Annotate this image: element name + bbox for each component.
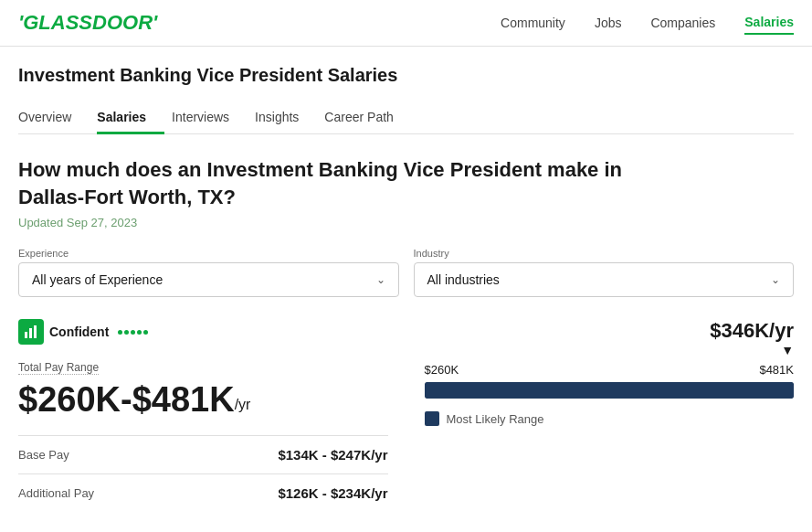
confident-badge: Confident <box>18 319 388 345</box>
range-bar-container <box>425 382 795 399</box>
salary-right: $346K/yr ▼ $260K $481K Most Likely Range <box>406 319 795 426</box>
dot-1 <box>118 330 122 335</box>
total-pay-unit: /yr <box>235 397 251 413</box>
tab-overview[interactable]: Overview <box>18 101 90 133</box>
additional-pay-value: $126K - $234K/yr <box>278 485 387 501</box>
median-value: $346K/yr <box>710 319 794 342</box>
nav-community[interactable]: Community <box>501 12 565 34</box>
total-pay-label: Total Pay Range <box>18 361 99 375</box>
industry-value: All industries <box>427 272 500 287</box>
industry-label: Industry <box>414 248 795 259</box>
dot-2 <box>124 330 129 335</box>
tab-insights[interactable]: Insights <box>255 101 317 133</box>
experience-chevron-icon: ⌄ <box>376 273 385 286</box>
tabs-bar: Overview Salaries Interviews Insights Ca… <box>18 101 794 134</box>
bar-chart-icon <box>24 325 38 339</box>
tab-interviews[interactable]: Interviews <box>172 101 248 133</box>
salary-left: Confident Total Pay Range $260K - $481K … <box>18 319 406 512</box>
dot-3 <box>131 330 135 335</box>
legend-box-icon <box>425 411 439 426</box>
range-low-label: $260K <box>425 363 459 377</box>
confident-label: Confident <box>49 325 109 339</box>
range-labels: $260K $481K <box>425 363 795 377</box>
header: 'GLASSDOOR' Community Jobs Companies Sal… <box>0 0 812 47</box>
median-arrow-icon: ▼ <box>781 343 794 357</box>
dot-4 <box>137 330 142 335</box>
total-pay-high: $481K <box>132 382 235 417</box>
main-question: How much does an Investment Banking Vice… <box>18 156 658 210</box>
experience-label: Experience <box>18 248 399 259</box>
range-legend: Most Likely Range <box>425 411 795 426</box>
range-bar-fill <box>425 382 795 399</box>
page-content: Investment Banking Vice President Salari… <box>0 47 812 512</box>
total-pay-range: $260K - $481K /yr <box>18 382 388 417</box>
salary-section: Confident Total Pay Range $260K - $481K … <box>18 319 794 512</box>
filters: Experience All years of Experience ⌄ Ind… <box>18 248 794 297</box>
updated-date: Updated Sep 27, 2023 <box>18 216 794 229</box>
confident-dots <box>118 330 148 335</box>
page-title: Investment Banking Vice President Salari… <box>18 65 794 86</box>
range-high-label: $481K <box>759 363 794 377</box>
industry-select[interactable]: All industries ⌄ <box>414 262 795 297</box>
industry-filter-group: Industry All industries ⌄ <box>414 248 795 297</box>
base-pay-value: $134K - $247K/yr <box>278 447 387 463</box>
confident-icon <box>18 319 44 345</box>
experience-filter-group: Experience All years of Experience ⌄ <box>18 248 399 297</box>
logo[interactable]: 'GLASSDOOR' <box>18 11 157 35</box>
experience-value: All years of Experience <box>32 272 163 287</box>
nav-jobs[interactable]: Jobs <box>595 12 622 34</box>
base-pay-label: Base Pay <box>18 448 69 462</box>
dot-5 <box>143 330 148 335</box>
svg-rect-0 <box>25 332 27 338</box>
experience-select[interactable]: All years of Experience ⌄ <box>18 262 399 297</box>
total-pay-dash: - <box>121 382 132 417</box>
additional-pay-label: Additional Pay <box>18 486 94 500</box>
main-nav: Community Jobs Companies Salaries <box>501 11 794 35</box>
base-pay-row: Base Pay $134K - $247K/yr <box>18 435 388 473</box>
industry-chevron-icon: ⌄ <box>771 273 780 286</box>
nav-companies[interactable]: Companies <box>650 12 715 34</box>
additional-pay-row: Additional Pay $126K - $234K/yr <box>18 473 388 512</box>
svg-rect-2 <box>34 325 37 338</box>
total-pay-low: $260K <box>18 382 121 417</box>
legend-label: Most Likely Range <box>447 412 544 426</box>
tab-salaries[interactable]: Salaries <box>97 101 164 133</box>
tab-career-path[interactable]: Career Path <box>324 101 411 133</box>
nav-salaries[interactable]: Salaries <box>744 11 794 35</box>
svg-rect-1 <box>29 328 32 338</box>
